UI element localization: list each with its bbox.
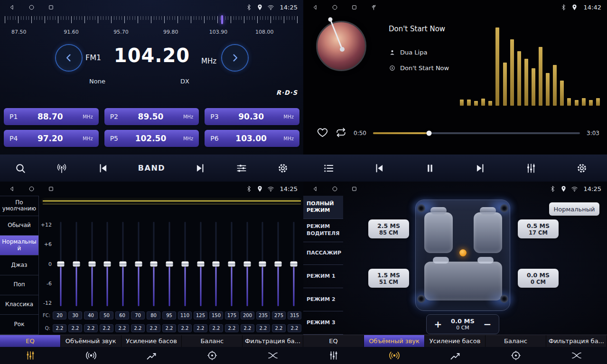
eq-slider-knob[interactable] [135, 262, 142, 267]
eq-band-slider[interactable] [243, 222, 251, 306]
tab-filter-icon-cell[interactable] [546, 347, 607, 364]
rear-left-delay[interactable]: 1.5 MS 51 CM [368, 269, 409, 288]
eq-preset-pop[interactable]: Поп [0, 275, 38, 295]
mode-3[interactable]: РЕЖИМ 3 [303, 311, 343, 335]
mode-2[interactable]: РЕЖИМ 2 [303, 288, 343, 311]
eq-slider-knob[interactable] [57, 262, 65, 267]
home-icon[interactable] [28, 185, 35, 192]
tab-eq[interactable]: EQ [303, 335, 364, 347]
preset-button-p4[interactable]: P4 97.20 MHz [4, 130, 99, 147]
mode-full[interactable]: ПОЛНЫЙ РЕЖИМ [303, 196, 343, 219]
recents-icon[interactable] [351, 185, 358, 192]
tab-surround[interactable]: Объёмный звук [364, 335, 425, 347]
repeat-button[interactable] [335, 127, 347, 140]
broadcast-button[interactable] [56, 162, 68, 174]
decrease-delay-button[interactable]: − [483, 318, 492, 330]
eq-slider-knob[interactable] [243, 262, 251, 267]
eq-slider-knob[interactable] [166, 262, 173, 267]
preset-button-p6[interactable]: P6 103.00 MHz [205, 130, 299, 147]
back-icon[interactable] [312, 185, 319, 192]
rear-right-delay[interactable]: 0.0 MS 0 CM [518, 269, 559, 288]
settings-button[interactable] [277, 162, 289, 174]
tab-filter-icon-cell[interactable] [243, 347, 303, 364]
eq-slider-knob[interactable] [88, 262, 95, 267]
eq-band-slider[interactable] [150, 222, 158, 306]
front-right-delay[interactable]: 0.5 MS 17 CM [518, 219, 559, 238]
tab-filter[interactable]: Фильтрация ба... [546, 335, 607, 347]
playlist-button[interactable] [322, 162, 335, 174]
mode-1[interactable]: РЕЖИМ 1 [303, 265, 343, 288]
tab-eq-icon-cell[interactable] [303, 347, 364, 364]
eq-slider-knob[interactable] [73, 262, 80, 267]
next-track-button[interactable] [474, 162, 486, 174]
eq-band-slider[interactable] [166, 222, 173, 306]
eq-preset-jazz[interactable]: Джаз [0, 255, 38, 275]
recents-icon[interactable] [351, 4, 358, 11]
progress-bar[interactable] [373, 132, 580, 134]
band-button[interactable]: BAND [138, 164, 165, 173]
eq-band-slider[interactable] [104, 222, 111, 306]
eq-band-slider[interactable] [88, 222, 95, 306]
eq-slider-knob[interactable] [120, 262, 127, 267]
seek-down-button[interactable] [56, 45, 82, 71]
tab-balance-icon-cell[interactable] [486, 347, 546, 364]
tab-balance[interactable]: Баланс [182, 335, 243, 347]
increase-delay-button[interactable]: + [433, 318, 443, 330]
eq-slider-knob[interactable] [274, 262, 281, 267]
tab-eq[interactable]: EQ [0, 335, 61, 347]
back-icon[interactable] [312, 4, 319, 11]
stage-preset-button[interactable]: Нормальный [549, 202, 599, 216]
preset-button-p1[interactable]: P1 88.70 MHz [4, 108, 99, 125]
eq-slider-knob[interactable] [150, 262, 158, 267]
preset-button-p5[interactable]: P5 102.50 MHz [104, 130, 199, 147]
tab-filter[interactable]: Фильтрация ба... [243, 335, 303, 347]
eq-slider-knob[interactable] [181, 262, 188, 267]
eq-slider-knob[interactable] [228, 262, 235, 267]
front-left-delay[interactable]: 2.5 MS 85 CM [368, 219, 409, 238]
eq-slider-knob[interactable] [197, 262, 204, 267]
eq-band-slider[interactable] [120, 222, 127, 306]
recents-icon[interactable] [47, 185, 55, 192]
eq-preset-rock[interactable]: Рок [0, 315, 38, 335]
eq-preset-custom[interactable]: Обычай [0, 216, 38, 236]
eq-preset-default[interactable]: По умолчанию [0, 196, 38, 216]
frequency-dial[interactable]: 87.50 91.60 95.70 99.80 103.90 108.00 [5, 16, 299, 39]
preset-button-p3[interactable]: P3 90.30 MHz [205, 108, 299, 125]
tab-eq-icon-cell[interactable] [0, 347, 61, 364]
mode-driver[interactable]: РЕЖИМ ВОДИТЕЛЯ [303, 219, 343, 242]
eq-band-slider[interactable] [259, 222, 266, 306]
tab-surround-icon-cell[interactable] [364, 347, 425, 364]
home-icon[interactable] [331, 4, 338, 11]
audio-settings-button[interactable] [235, 162, 248, 174]
eq-preset-classic[interactable]: Классика [0, 295, 38, 315]
recents-icon[interactable] [47, 4, 55, 11]
favorite-button[interactable] [317, 127, 328, 140]
tab-balance-icon-cell[interactable] [182, 347, 243, 364]
scan-button[interactable] [14, 162, 27, 174]
tab-bass-boost[interactable]: Усиление басов [425, 335, 486, 347]
previous-track-button[interactable] [373, 162, 385, 174]
eq-band-slider[interactable] [197, 222, 204, 306]
eq-band-slider[interactable] [73, 222, 80, 306]
pause-button[interactable] [424, 162, 436, 174]
eq-band-slider[interactable] [213, 222, 220, 306]
tab-bass-icon-cell[interactable] [121, 347, 182, 364]
home-icon[interactable] [331, 185, 338, 192]
listening-position-dot[interactable] [459, 249, 467, 256]
tab-surround[interactable]: Объёмный звук [61, 335, 121, 347]
eq-band-slider[interactable] [135, 222, 142, 306]
tab-bass-boost[interactable]: Усиление басов [121, 335, 182, 347]
tab-balance[interactable]: Баланс [486, 335, 546, 347]
eq-slider-knob[interactable] [213, 262, 220, 267]
eq-slider-knob[interactable] [104, 262, 111, 267]
next-station-button[interactable] [194, 162, 206, 174]
back-icon[interactable] [9, 4, 16, 11]
eq-slider-knob[interactable] [259, 262, 266, 267]
tab-bass-icon-cell[interactable] [425, 347, 486, 364]
seek-up-button[interactable] [222, 45, 248, 71]
back-icon[interactable] [9, 185, 16, 192]
eq-band-slider[interactable] [181, 222, 188, 306]
settings-button[interactable] [576, 162, 588, 174]
home-icon[interactable] [28, 4, 35, 11]
tab-surround-icon-cell[interactable] [61, 347, 121, 364]
